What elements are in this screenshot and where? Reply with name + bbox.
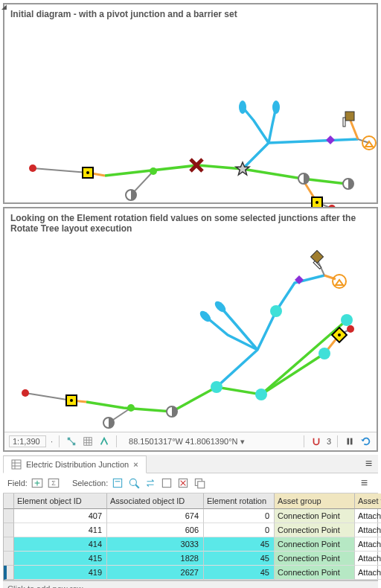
svg-line-0 — [33, 168, 88, 173]
svg-point-36 — [70, 399, 73, 402]
table-row[interactable]: 4116060Connection PointAttachment — [4, 523, 377, 537]
grid-icon[interactable] — [82, 435, 94, 447]
snapping-icon[interactable] — [65, 435, 77, 447]
svg-rect-65 — [12, 460, 21, 469]
cell-element-object-id[interactable]: 407 — [14, 509, 107, 523]
cell-asset-type[interactable]: Attachment — [355, 537, 381, 552]
svg-rect-78 — [163, 479, 171, 487]
svg-point-17 — [316, 201, 318, 204]
cell-associated-object-id[interactable]: 2627 — [107, 566, 204, 580]
svg-point-34 — [22, 389, 29, 397]
cell-asset-type[interactable]: Attachment — [355, 552, 381, 566]
table-row[interactable]: 415182845Connection PointAttachment — [4, 552, 377, 566]
row-header[interactable] — [4, 537, 14, 552]
col-associated-object-id[interactable]: Associated object ID — [107, 493, 204, 509]
cell-element-rotation[interactable]: 45 — [204, 537, 275, 552]
row-header[interactable] — [4, 509, 14, 523]
cell-associated-object-id[interactable]: 606 — [107, 523, 204, 537]
cell-asset-group[interactable]: Connection Point — [275, 552, 355, 566]
svg-rect-74 — [114, 479, 122, 487]
constraint-icon[interactable] — [98, 435, 110, 447]
cell-element-object-id[interactable]: 411 — [14, 523, 107, 537]
row-header-corner[interactable]: ◢ — [4, 493, 14, 509]
cell-asset-type[interactable]: Attachment — [355, 566, 381, 580]
field-label: Field: — [7, 479, 28, 488]
svg-line-5 — [350, 121, 358, 139]
svg-rect-62 — [348, 438, 350, 445]
svg-point-42 — [341, 314, 353, 326]
menu-icon[interactable]: ≡ — [359, 457, 378, 470]
field-bar-menu-icon[interactable]: ≡ — [355, 476, 374, 490]
svg-point-7 — [29, 164, 36, 172]
tab-electric-distribution-junction[interactable]: Electric Distribution Junction × — [3, 456, 147, 473]
col-asset-type[interactable]: Asset type — [355, 493, 381, 509]
pause-icon[interactable] — [344, 435, 356, 447]
cell-asset-group[interactable]: Connection Point — [275, 509, 355, 523]
initial-diagram-svg — [4, 24, 377, 202]
cell-associated-object-id[interactable]: 3033 — [107, 537, 204, 552]
row-header[interactable] — [4, 523, 14, 537]
coord-dropdown-icon[interactable]: ▾ — [240, 437, 245, 446]
table-row[interactable]: 414303345Connection PointAttachment — [4, 537, 377, 552]
cell-asset-type[interactable]: Attachment — [355, 509, 381, 523]
refresh-icon[interactable] — [360, 435, 372, 447]
table-icon — [11, 459, 22, 470]
selection-label: Selection: — [72, 479, 108, 488]
table-row[interactable]: 4076740Connection PointAttachment — [4, 509, 377, 523]
svg-rect-24 — [343, 118, 345, 127]
cell-element-object-id[interactable]: 419 — [14, 566, 107, 580]
cell-element-rotation[interactable]: 0 — [204, 523, 275, 537]
switch-selection-icon[interactable] — [144, 476, 157, 490]
table-header-row: ◢ Element object ID Associated object ID… — [4, 493, 377, 509]
zoom-to-selection-icon[interactable] — [127, 476, 141, 490]
svg-rect-57 — [84, 438, 92, 446]
snap-value: 3 — [327, 437, 331, 446]
col-asset-group[interactable]: Asset group — [275, 493, 355, 509]
cell-element-rotation[interactable]: 45 — [204, 566, 275, 580]
clear-selection-icon[interactable] — [160, 476, 173, 490]
svg-point-20 — [272, 100, 280, 114]
table-tab-bar: Electric Distribution Junction × ≡ — [3, 455, 378, 473]
cell-associated-object-id[interactable]: 1828 — [107, 552, 204, 566]
cell-element-rotation[interactable]: 0 — [204, 509, 275, 523]
panel1-title: Initial diagram - with a pivot junction … — [4, 4, 377, 24]
cell-asset-group[interactable]: Connection Point — [275, 523, 355, 537]
delete-selection-icon[interactable] — [176, 476, 190, 490]
svg-point-76 — [130, 479, 137, 485]
magnet-icon[interactable] — [310, 435, 322, 447]
initial-diagram-panel: Initial diagram - with a pivot junction … — [3, 3, 378, 204]
initial-diagram-canvas[interactable] — [4, 24, 377, 202]
rotated-diagram-canvas[interactable] — [4, 238, 377, 432]
row-header[interactable] — [4, 566, 14, 580]
map-toolbar: 1:1,390 · 88.1501317°W 41.8061390°N ▾ 3 — [4, 432, 377, 450]
svg-marker-21 — [326, 135, 335, 144]
svg-line-77 — [135, 485, 139, 488]
svg-point-25 — [150, 167, 157, 175]
field-selection-bar: Field: Σ Selection: ≡ — [3, 473, 378, 493]
svg-line-26 — [25, 393, 71, 400]
add-field-icon[interactable] — [31, 476, 44, 490]
select-by-attrs-icon[interactable] — [111, 476, 124, 490]
close-icon[interactable]: × — [133, 460, 138, 469]
scale-display[interactable]: 1:1,390 — [9, 435, 46, 447]
row-header[interactable] — [4, 552, 14, 566]
svg-point-39 — [211, 381, 222, 393]
cell-asset-group[interactable]: Connection Point — [275, 566, 355, 580]
copy-selection-icon[interactable] — [193, 476, 206, 490]
svg-text:Σ: Σ — [51, 479, 56, 487]
calculate-field-icon[interactable]: Σ — [47, 476, 60, 490]
col-element-object-id[interactable]: Element object ID — [14, 493, 107, 509]
panel2-title: Looking on the Element rotation field va… — [4, 208, 377, 238]
cell-asset-type[interactable]: Attachment — [355, 523, 381, 537]
rotated-diagram-panel: Looking on the Element rotation field va… — [3, 207, 378, 452]
cell-element-object-id[interactable]: 414 — [14, 537, 107, 552]
scale-dropdown-icon[interactable]: · — [51, 437, 53, 446]
cell-element-rotation[interactable]: 45 — [204, 552, 275, 566]
cell-associated-object-id[interactable]: 674 — [107, 509, 204, 523]
svg-point-52 — [347, 325, 354, 333]
table-row[interactable]: 419262745Connection PointAttachment — [4, 566, 377, 580]
cell-element-object-id[interactable]: 415 — [14, 552, 107, 566]
col-element-rotation[interactable]: Element rotation — [204, 493, 275, 509]
add-row-hint[interactable]: Click to add new row. — [3, 581, 378, 588]
cell-asset-group[interactable]: Connection Point — [275, 537, 355, 552]
